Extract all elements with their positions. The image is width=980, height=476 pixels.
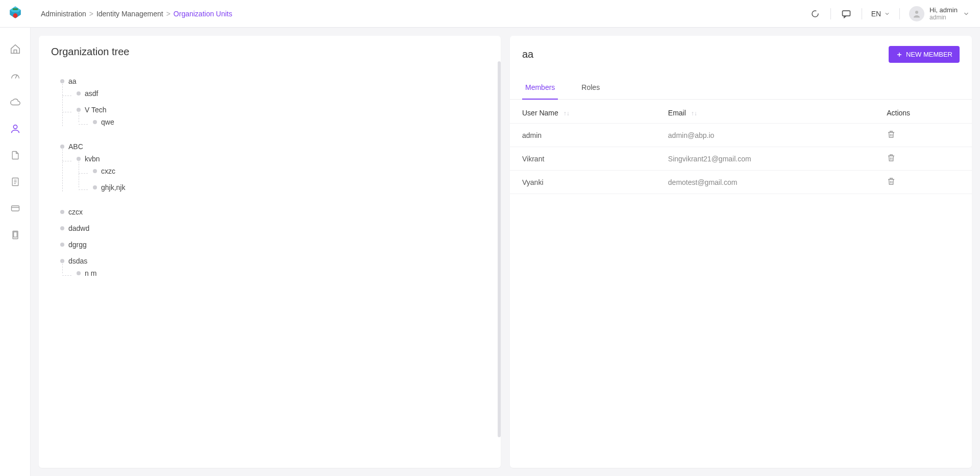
cell-email: Singvikrant21@gmail.com (656, 147, 874, 171)
cell-actions (874, 124, 972, 147)
tree-node-label: cxzc (101, 167, 115, 175)
cell-username: Vyanki (510, 171, 656, 194)
delete-icon[interactable] (887, 130, 896, 139)
topbar-right: EN Hi, admin admin (809, 6, 970, 21)
tree-node[interactable]: n m (77, 269, 496, 277)
language-selector[interactable]: EN (871, 10, 890, 18)
breadcrumb-item-current: Organization Units (174, 10, 232, 18)
new-member-label: NEW MEMBER (906, 51, 952, 58)
document-icon[interactable] (9, 176, 21, 188)
user-name: admin (929, 14, 958, 21)
new-member-button[interactable]: NEW MEMBER (889, 46, 960, 63)
svg-point-4 (915, 11, 918, 14)
tree-node[interactable]: asdf (77, 89, 496, 98)
tree-node-label: qwe (101, 118, 114, 126)
tab-members[interactable]: Members (522, 78, 558, 100)
tree-dot-icon (93, 169, 97, 173)
tree-node[interactable]: ghjk,njk (93, 183, 496, 192)
tree-node-label: n m (85, 269, 96, 277)
breadcrumb: Administration > Identity Management > O… (41, 10, 232, 18)
cell-email: demotest@gmail.com (656, 171, 874, 194)
tree-node-label: kvbn (85, 155, 100, 163)
user-icon[interactable] (9, 123, 21, 135)
tree-dot-icon (93, 185, 97, 189)
chevron-down-icon (963, 10, 970, 17)
tree-node[interactable]: dsdas (60, 257, 496, 265)
org-tree: aaasdfV TechqweABCkvbncxzcghjk,njkczcxda… (51, 73, 496, 285)
table-row: Vyankidemotest@gmail.com (510, 171, 972, 194)
tree-node-label: asdf (85, 89, 98, 98)
tree-node[interactable]: kvbn (77, 155, 496, 163)
dashboard-icon[interactable] (9, 69, 21, 82)
svg-rect-1 (13, 8, 18, 10)
breadcrumb-item[interactable]: Administration (41, 10, 86, 18)
cell-actions (874, 171, 972, 194)
main: Organization tree aaasdfV TechqweABCkvbn… (31, 28, 980, 476)
col-username[interactable]: User Name ↑↓ (510, 103, 656, 124)
tree-node[interactable]: czcx (60, 208, 496, 216)
tabs: Members Roles (510, 68, 972, 100)
tab-roles[interactable]: Roles (578, 78, 603, 100)
members-table: User Name ↑↓ Email ↑↓ Actions adminadmin… (510, 103, 972, 194)
col-email[interactable]: Email ↑↓ (656, 103, 874, 124)
tree-node-label: dsdas (68, 257, 87, 265)
refresh-icon[interactable] (809, 8, 821, 20)
app-logo[interactable] (5, 4, 26, 24)
divider (862, 8, 862, 19)
language-label: EN (871, 10, 881, 18)
tree-node[interactable]: aa (60, 77, 496, 85)
delete-icon[interactable] (887, 177, 896, 186)
tree-node-label: ABC (68, 142, 83, 151)
tree-dot-icon (60, 210, 64, 214)
user-greeting: Hi, admin (929, 6, 958, 14)
table-row: adminadmin@abp.io (510, 124, 972, 147)
tree-node[interactable]: qwe (93, 118, 496, 126)
col-actions: Actions (874, 103, 972, 124)
sort-icon: ↑↓ (691, 110, 697, 117)
svg-point-2 (812, 11, 818, 17)
plus-icon (896, 51, 903, 58)
sidebar (0, 28, 31, 476)
tablet-icon[interactable] (9, 229, 21, 241)
svg-rect-7 (11, 206, 19, 211)
panel-title: Organization tree (51, 46, 129, 58)
tree-dot-icon (77, 271, 81, 275)
tree-node-label: czcx (68, 208, 83, 216)
divider (899, 8, 900, 19)
user-menu[interactable]: Hi, admin admin (909, 6, 970, 21)
svg-rect-3 (842, 11, 850, 16)
cloud-icon[interactable] (9, 96, 21, 108)
table-row: VikrantSingvikrant21@gmail.com (510, 147, 972, 171)
tree-node[interactable]: ABC (60, 142, 496, 151)
tree-node[interactable]: dgrgg (60, 241, 496, 249)
topbar: Administration > Identity Management > O… (0, 0, 980, 28)
tree-node-label: dgrgg (68, 241, 87, 249)
selected-unit-title: aa (522, 49, 533, 60)
file-icon[interactable] (9, 149, 21, 161)
home-icon[interactable] (9, 43, 21, 55)
tree-node[interactable]: V Tech (77, 106, 496, 114)
tree-node-label: ghjk,njk (101, 183, 125, 192)
chat-icon[interactable] (840, 8, 852, 20)
tree-dot-icon (77, 91, 81, 96)
sort-icon: ↑↓ (564, 110, 570, 117)
divider (830, 8, 831, 19)
card-icon[interactable] (9, 202, 21, 215)
tree-dot-icon (93, 120, 97, 124)
tree-node[interactable]: cxzc (93, 167, 496, 175)
tree-dot-icon (60, 243, 64, 247)
svg-rect-9 (13, 232, 17, 237)
tree-node-label: V Tech (85, 106, 107, 114)
members-panel: aa NEW MEMBER Members Roles User Name ↑↓… (510, 36, 972, 468)
tree-node-label: aa (68, 77, 77, 85)
delete-icon[interactable] (887, 153, 896, 162)
breadcrumb-item[interactable]: Identity Management (96, 10, 163, 18)
chevron-down-icon (884, 11, 890, 17)
tree-node[interactable]: dadwd (60, 224, 496, 232)
cell-username: admin (510, 124, 656, 147)
svg-point-5 (13, 125, 17, 129)
scrollbar[interactable] (498, 61, 501, 437)
breadcrumb-sep: > (166, 10, 170, 18)
org-tree-panel: Organization tree aaasdfV TechqweABCkvbn… (39, 36, 501, 468)
cell-email: admin@abp.io (656, 124, 874, 147)
